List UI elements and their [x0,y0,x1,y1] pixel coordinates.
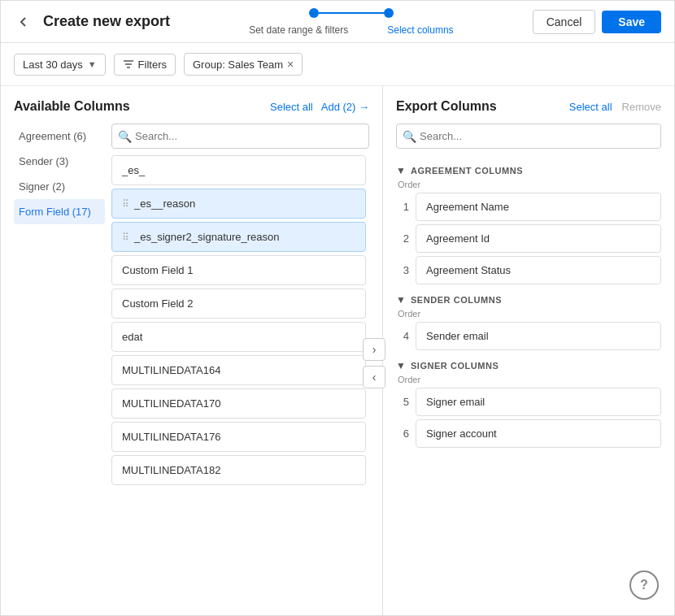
export-item[interactable]: Agreement Status [416,256,661,284]
arrow-right-icon: › [372,343,377,356]
column-items-list: _es_ ⠿ _es__reason ⠿ _es_signer2_signatu… [111,155,369,545]
select-all-button[interactable]: Select all [270,101,313,113]
export-search-icon: 🔍 [403,130,416,143]
order-number: 1 [396,201,409,213]
stepper: Set date range & filters Select columns [170,8,533,36]
list-item[interactable]: Custom Field 1 [111,255,366,285]
drag-handle-icon: ⠿ [122,198,128,210]
order-number: 4 [396,330,409,342]
step-2-label: Select columns [387,24,453,36]
export-item-row: 4 Sender email [396,322,661,350]
export-item-row: 5 Signer email [396,388,661,416]
list-item[interactable]: _es_ [111,155,366,185]
filter-tag-close-button[interactable]: × [287,58,294,71]
sender-columns-section-header: ▼ SENDER COLUMNS [396,294,661,306]
search-container: 🔍 [111,124,369,149]
step-line [319,12,384,14]
list-item[interactable]: Custom Field 2 [111,288,366,319]
signer-order-label: Order [398,375,661,384]
list-item[interactable]: MULTILINEDATA164 [111,355,366,385]
list-item[interactable]: MULTILINEDATA182 [111,455,366,485]
step-1-label: Set date range & filters [249,24,348,36]
app-container: Create new export Set date range & filte… [0,0,675,616]
main-content: Available Columns Select all Add (2) → A… [1,86,674,615]
header: Create new export Set date range & filte… [1,1,674,43]
signer-chevron-icon[interactable]: ▼ [396,360,406,371]
filter-bar: Last 30 days ▼ Filters Group: Sales Team… [1,43,674,86]
category-list: Agreement (6) Sender (3) Signer (2) Form… [14,124,111,602]
filter-button[interactable]: Filters [114,54,176,76]
filter-tag: Group: Sales Team × [184,53,303,76]
sender-order-label: Order [398,309,661,319]
category-item-sender[interactable]: Sender (3) [14,149,105,174]
step-1-group: Set date range & filters Select columns [249,8,453,36]
order-number: 6 [396,427,409,440]
columns-search-input[interactable] [111,124,369,149]
left-inner: Agreement (6) Sender (3) Signer (2) Form… [14,124,369,602]
left-panel-actions: Select all Add (2) → [270,101,369,113]
step-2-dot [384,8,394,18]
sender-chevron-icon[interactable]: ▼ [396,294,406,306]
date-range-button[interactable]: Last 30 days ▼ [14,54,106,76]
right-panel-actions: Select all Remove [569,101,661,113]
category-item-formfield[interactable]: Form Field (17) [14,199,105,224]
steps-row [309,8,394,18]
list-item[interactable]: edat [111,322,366,352]
page-title: Create new export [43,13,170,30]
export-item[interactable]: Agreement Name [416,193,661,221]
export-search-container: 🔍 [396,124,661,149]
sender-columns-label: SENDER COLUMNS [411,295,502,305]
search-icon: 🔍 [118,130,132,143]
list-item[interactable]: MULTILINEDATA170 [111,388,366,419]
order-number: 2 [396,232,409,245]
drag-handle-icon: ⠿ [122,232,128,243]
agreement-order-label: Order [398,180,661,189]
agreement-chevron-icon[interactable]: ▼ [396,165,406,176]
export-columns-list: ▼ AGREEMENT COLUMNS Order 1 Agreement Na… [396,158,661,602]
export-item[interactable]: Signer email [416,388,661,416]
help-icon: ? [640,578,648,592]
agreement-columns-label: AGREEMENT COLUMNS [411,166,523,176]
transfer-left-button[interactable]: ‹ [363,366,385,388]
available-columns-title: Available Columns [14,99,130,114]
header-actions: Cancel Save [533,10,661,34]
export-item[interactable]: Sender email [416,322,661,350]
columns-area: 🔍 _es_ ⠿ _es__reason ⠿ _es_s [111,124,369,602]
category-item-agreement[interactable]: Agreement (6) [14,124,105,149]
back-button[interactable] [14,12,33,32]
filter-tag-label: Group: Sales Team [193,59,283,71]
export-item-row: 6 Signer account [396,419,661,448]
signer-columns-section-header: ▼ SIGNER COLUMNS [396,360,661,371]
order-number: 3 [396,264,409,276]
transfer-right-button[interactable]: › [363,338,385,361]
date-range-label: Last 30 days [23,59,83,71]
filter-icon [123,59,134,70]
cancel-button[interactable]: Cancel [533,10,596,34]
export-select-all-button[interactable]: Select all [569,101,612,113]
list-item[interactable]: MULTILINEDATA176 [111,422,366,452]
close-icon: × [287,58,294,71]
export-item-row: 1 Agreement Name [396,193,661,221]
right-panel-header: Export Columns Select all Remove [396,99,661,114]
help-button[interactable]: ? [629,570,659,600]
order-number: 5 [396,396,409,408]
remove-button[interactable]: Remove [622,101,661,113]
export-item-row: 3 Agreement Status [396,256,661,284]
list-item[interactable]: ⠿ _es__reason [111,189,366,219]
filter-label: Filters [138,59,167,71]
agreement-columns-section-header: ▼ AGREEMENT COLUMNS [396,165,661,176]
chevron-down-icon: ▼ [88,59,97,69]
export-item[interactable]: Signer account [416,419,661,448]
export-item[interactable]: Agreement Id [416,224,661,253]
export-columns-title: Export Columns [396,99,497,114]
export-item-row: 2 Agreement Id [396,224,661,253]
right-panel: Export Columns Select all Remove 🔍 ▼ AGR… [383,86,674,615]
transfer-buttons: › ‹ [363,338,385,388]
save-button[interactable]: Save [602,11,661,33]
list-item[interactable]: ⠿ _es_signer2_signature_reason [111,222,366,252]
left-panel-header: Available Columns Select all Add (2) → [14,99,369,114]
signer-columns-label: SIGNER COLUMNS [411,361,499,371]
export-search-input[interactable] [396,124,661,149]
add-columns-button[interactable]: Add (2) → [321,101,369,113]
category-item-signer[interactable]: Signer (2) [14,174,105,199]
